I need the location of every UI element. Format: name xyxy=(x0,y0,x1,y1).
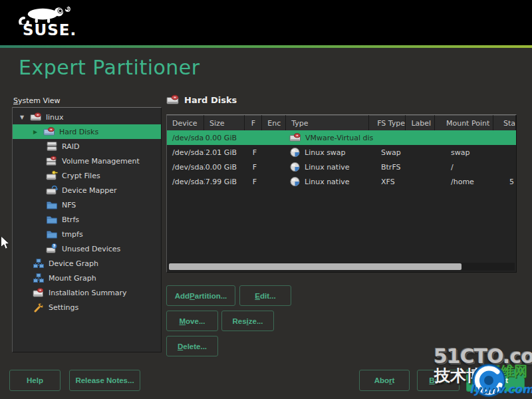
mouse-cursor-icon xyxy=(0,235,11,253)
hard-disks-heading: Hard Disks xyxy=(166,94,237,106)
heading-label: Hard Disks xyxy=(184,95,237,105)
tree-item-settings[interactable]: Settings xyxy=(13,300,161,315)
expander-closed-icon[interactable]: ▶ xyxy=(31,129,39,135)
table-row-sda[interactable]: /dev/sda 300.00 GiB VMware-Virtual disk xyxy=(167,130,516,145)
tree-item-device-graph[interactable]: Device Graph xyxy=(13,256,161,271)
help-button[interactable]: Help xyxy=(9,370,61,391)
tree-item-raid[interactable]: RAID xyxy=(13,139,161,154)
expander-open-icon[interactable]: ▼ xyxy=(18,114,26,120)
tree-item-btrfs[interactable]: Btrfs xyxy=(13,212,161,227)
edit-button[interactable]: Edit... xyxy=(239,285,291,306)
cell-type: Linux native xyxy=(287,176,373,187)
hard-disk-icon xyxy=(30,112,42,122)
cell-size: 2.01 GiB xyxy=(205,148,246,157)
column-header-start[interactable]: Sta xyxy=(493,115,515,130)
cell-type-label: Linux native xyxy=(305,178,350,186)
cell-device: /dev/sda2 xyxy=(167,163,205,172)
suse-logo: SUSE. xyxy=(9,3,89,43)
table-empty-area xyxy=(167,189,516,264)
abort-button[interactable]: Abort xyxy=(359,370,410,391)
top-bar: SUSE. xyxy=(0,0,532,45)
cell-size: 300.00 GiB xyxy=(205,134,246,142)
graph-icon xyxy=(33,258,45,269)
cell-type: Linux swap xyxy=(287,147,373,158)
cell-fs-type: XFS xyxy=(373,178,410,186)
cell-fs-type: BtrFS xyxy=(373,163,410,172)
tree-item-volume-management[interactable]: Volume Management xyxy=(13,154,161,168)
table-row-sda3[interactable]: /dev/sda3 257.99 GiB F Linux native XFS … xyxy=(167,174,516,189)
column-header-device[interactable]: Device xyxy=(167,115,203,130)
volume-management-icon xyxy=(46,156,58,166)
folder-icon xyxy=(46,214,58,225)
tree-item-installation-summary[interactable]: Installation Summary xyxy=(13,285,161,300)
tree-item-hard-disks[interactable]: ▶ Hard Disks xyxy=(13,124,161,139)
tree-item-label: tmpfs xyxy=(62,230,83,239)
column-header-label[interactable]: Label xyxy=(406,115,434,130)
folder-icon xyxy=(46,229,58,239)
tree-item-label: Btrfs xyxy=(62,215,79,224)
tree-item-label: Device Graph xyxy=(49,259,98,268)
cell-fs-type: Swap xyxy=(373,148,410,157)
tree-item-label: Installation Summary xyxy=(49,289,127,297)
resize-button[interactable]: Resize... xyxy=(221,311,274,331)
cell-mount-point: /home xyxy=(440,178,499,186)
tree-item-label: Mount Graph xyxy=(49,274,96,283)
partition-icon xyxy=(289,162,301,172)
add-partition-button[interactable]: Add Partition... xyxy=(166,285,235,306)
tree-item-tmpfs[interactable]: tmpfs xyxy=(13,227,161,241)
summary-icon xyxy=(33,287,45,298)
hard-disk-icon xyxy=(166,94,180,106)
tree-item-linux[interactable]: ▼ linux xyxy=(13,110,161,124)
cell-device: /dev/sda3 xyxy=(167,178,205,186)
tree-item-label: linux xyxy=(46,113,64,122)
tree-item-label: Hard Disks xyxy=(59,128,98,136)
tree-item-label: Volume Management xyxy=(62,157,140,166)
cell-f: F xyxy=(246,148,263,157)
column-header-size[interactable]: Size xyxy=(204,115,244,130)
watermark-51cto: 51CTO.com xyxy=(434,344,532,368)
move-button[interactable]: Move... xyxy=(166,311,218,331)
column-header-type[interactable]: Type xyxy=(286,115,368,130)
tree-item-label: NFS xyxy=(62,201,76,209)
column-header-mount-point[interactable]: Mount Point xyxy=(435,115,493,130)
raid-icon xyxy=(46,141,58,152)
partition-icon xyxy=(289,147,301,158)
folder-icon xyxy=(46,200,58,210)
column-header-fs-type[interactable]: FS Type xyxy=(369,115,405,130)
tree-item-label: Unused Devices xyxy=(62,245,120,253)
cell-device: /dev/sda1 xyxy=(167,148,205,157)
svg-text:?: ? xyxy=(53,243,56,249)
horizontal-scrollbar[interactable] xyxy=(168,263,515,271)
partition-icon xyxy=(289,176,301,187)
unused-devices-icon: ? xyxy=(46,243,58,254)
cell-type-label: Linux swap xyxy=(305,148,346,157)
crypt-files-icon xyxy=(46,170,58,181)
tree-item-label: Settings xyxy=(49,303,78,312)
hard-disk-icon xyxy=(289,132,301,143)
table-row-sda1[interactable]: /dev/sda1 2.01 GiB F Linux swap Swap swa… xyxy=(167,145,516,160)
cell-mount-point: / xyxy=(440,163,499,172)
back-button[interactable]: Back xyxy=(417,370,460,391)
tree-item-label: Crypt Files xyxy=(62,172,100,180)
column-header-enc[interactable]: Enc xyxy=(262,115,285,130)
cell-size: 40.00 GiB xyxy=(205,163,246,172)
tree-item-nfs[interactable]: NFS xyxy=(13,198,161,212)
tree-item-unused-devices[interactable]: ? Unused Devices xyxy=(13,241,161,256)
wrench-icon xyxy=(33,302,45,313)
tree-item-mount-graph[interactable]: Mount Graph xyxy=(13,271,161,285)
column-header-f[interactable]: F xyxy=(245,115,261,130)
cell-size: 257.99 GiB xyxy=(205,178,246,186)
release-notes-button[interactable]: Release Notes... xyxy=(69,370,140,391)
page-title: Expert Partitioner xyxy=(19,56,200,79)
tree-item-label: Device Mapper xyxy=(62,186,117,195)
cell-mount-point: swap xyxy=(440,148,499,157)
tree-item-crypt-files[interactable]: Crypt Files xyxy=(13,168,161,183)
delete-button[interactable]: Delete... xyxy=(166,336,218,356)
cell-start: 5 xyxy=(499,178,516,186)
cell-type: VMware-Virtual disk xyxy=(287,132,373,143)
system-view-tree: ▼ linux ▶ Hard Disks RAID Volume Managem… xyxy=(12,107,162,352)
accept-button[interactable]: Accept xyxy=(466,369,525,392)
scrollbar-thumb[interactable] xyxy=(169,263,462,270)
table-row-sda2[interactable]: /dev/sda2 40.00 GiB F Linux native BtrFS… xyxy=(167,160,516,174)
tree-item-device-mapper[interactable]: Device Mapper xyxy=(13,183,161,198)
